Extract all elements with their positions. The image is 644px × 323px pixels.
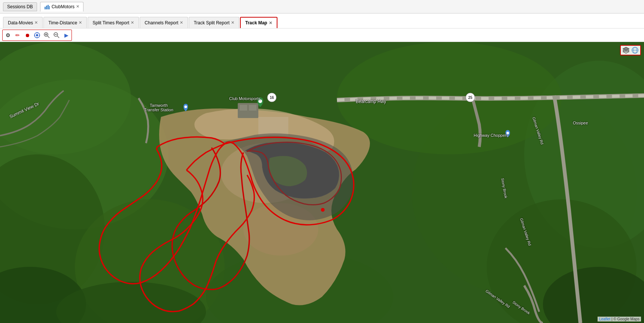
- tab-time-distance[interactable]: Time-Distance ✕: [43, 17, 87, 28]
- google-attribution: © Google Maps: [613, 317, 640, 321]
- svg-point-37: [185, 106, 187, 108]
- zoom-out-button[interactable]: [52, 31, 61, 40]
- tab-bar: Data-Movies ✕ Time-Distance ✕ Split Time…: [0, 13, 644, 28]
- window-tab-club-motors[interactable]: ClubMotors ✕: [40, 2, 83, 12]
- chart-icon: [44, 4, 50, 10]
- tab-data-movies[interactable]: Data-Movies ✕: [3, 17, 43, 28]
- svg-rect-1: [46, 6, 47, 9]
- svg-point-38: [507, 132, 509, 135]
- close-track-split[interactable]: ✕: [231, 20, 234, 25]
- close-club-motors[interactable]: ✕: [76, 4, 79, 9]
- close-time-distance[interactable]: ✕: [79, 20, 82, 25]
- tab-track-map[interactable]: Track Map ✕: [240, 17, 277, 28]
- tab-time-distance-label: Time-Distance: [48, 20, 77, 25]
- svg-text:25: 25: [468, 96, 473, 100]
- svg-point-36: [258, 99, 262, 103]
- tab-channels-label: Channels Report: [145, 20, 178, 25]
- record-button[interactable]: ⏺: [23, 31, 32, 40]
- map-attribution: Leaflet | © Google Maps: [598, 317, 641, 322]
- sessions-db-label: Sessions DB: [7, 4, 33, 9]
- layer-control[interactable]: [620, 45, 641, 55]
- leaflet-attribution[interactable]: Leaflet: [599, 317, 610, 321]
- tab-split-times-label: Split Times Report: [92, 20, 129, 25]
- play-button[interactable]: ▶: [62, 31, 71, 40]
- tab-track-split[interactable]: Track Split Report ✕: [189, 17, 239, 28]
- close-split-times[interactable]: ✕: [131, 20, 134, 25]
- map-svg: 25 16: [0, 42, 644, 323]
- window-tab-sessions-db[interactable]: Sessions DB: [3, 2, 37, 11]
- svg-rect-35: [258, 117, 288, 136]
- svg-rect-3: [49, 6, 50, 9]
- svg-rect-33: [240, 105, 247, 111]
- zoom-in-button[interactable]: [42, 31, 51, 40]
- tab-data-movies-label: Data-Movies: [8, 20, 33, 25]
- svg-line-11: [48, 36, 49, 38]
- svg-point-5: [36, 34, 38, 36]
- settings-button[interactable]: ⚙: [3, 31, 12, 40]
- tab-track-map-label: Track Map: [245, 20, 267, 25]
- locate-button[interactable]: [33, 31, 42, 40]
- svg-rect-0: [45, 7, 46, 9]
- close-data-movies[interactable]: ✕: [34, 20, 38, 25]
- position-marker: [321, 208, 325, 212]
- close-channels[interactable]: ✕: [180, 20, 183, 25]
- map-container[interactable]: 25 16 Summit View Dr TamworthTransfer St…: [0, 42, 644, 323]
- svg-line-15: [57, 36, 59, 38]
- tab-split-times[interactable]: Split Times Report ✕: [88, 17, 139, 28]
- svg-text:16: 16: [270, 96, 274, 100]
- close-track-map[interactable]: ✕: [269, 21, 272, 25]
- tab-channels-report[interactable]: Channels Report ✕: [140, 17, 188, 28]
- toolbar-group: ⚙ ✏ ⏺: [2, 30, 72, 41]
- tab-track-split-label: Track Split Report: [194, 20, 230, 25]
- layers-icon: [622, 46, 630, 54]
- svg-rect-2: [48, 5, 49, 9]
- svg-rect-34: [249, 105, 256, 111]
- club-motors-label: ClubMotors: [52, 4, 75, 9]
- satellite-icon: [631, 46, 639, 54]
- window-bar: Sessions DB ClubMotors ✕: [0, 0, 644, 13]
- draw-button[interactable]: ✏: [13, 31, 22, 40]
- toolbar: ⚙ ✏ ⏺: [0, 28, 644, 42]
